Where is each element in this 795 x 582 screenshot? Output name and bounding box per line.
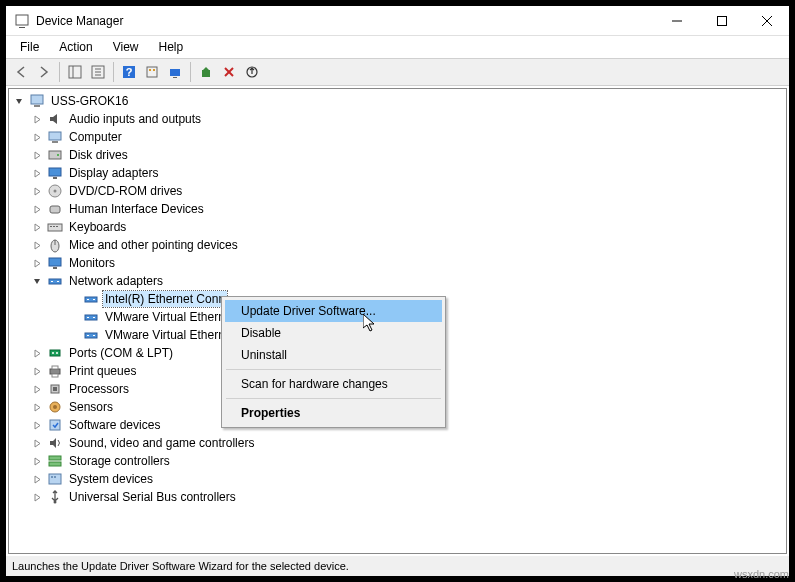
maximize-button[interactable] <box>699 6 744 36</box>
tree-category-label: Display adapters <box>67 165 160 181</box>
context-menu: Update Driver Software...DisableUninstal… <box>221 296 446 428</box>
toolbar-properties-button[interactable] <box>87 61 109 83</box>
audio-icon <box>47 111 63 127</box>
close-button[interactable] <box>744 6 789 36</box>
chevron-right-icon[interactable] <box>31 455 44 468</box>
toolbar-uninstall-button[interactable] <box>218 61 240 83</box>
tree-category[interactable]: Storage controllers <box>9 452 786 470</box>
chevron-right-icon[interactable] <box>31 203 44 216</box>
menu-view[interactable]: View <box>103 38 149 56</box>
chevron-right-icon[interactable] <box>31 167 44 180</box>
toolbar-forward-button[interactable] <box>33 61 55 83</box>
svg-point-55 <box>52 352 54 354</box>
menu-action[interactable]: Action <box>49 38 102 56</box>
svg-rect-44 <box>57 281 59 282</box>
svg-point-63 <box>53 405 57 409</box>
tree-category[interactable]: Disk drives <box>9 146 786 164</box>
tree-category[interactable]: Computer <box>9 128 786 146</box>
tree-category[interactable]: Display adapters <box>9 164 786 182</box>
svg-rect-35 <box>50 226 52 227</box>
svg-rect-34 <box>48 224 62 231</box>
svg-rect-18 <box>173 77 177 78</box>
menu-file[interactable]: File <box>10 38 49 56</box>
chevron-right-icon[interactable] <box>31 149 44 162</box>
context-menu-item[interactable]: Update Driver Software... <box>225 300 442 322</box>
computer-icon <box>29 93 45 109</box>
svg-rect-42 <box>49 279 61 284</box>
toolbar-update-driver-button[interactable] <box>195 61 217 83</box>
chevron-right-icon[interactable] <box>31 257 44 270</box>
svg-rect-0 <box>16 15 28 25</box>
toolbar-show-hide-button[interactable] <box>64 61 86 83</box>
tree-category-label: DVD/CD-ROM drives <box>67 183 184 199</box>
tree-category-label: Print queues <box>67 363 138 379</box>
svg-rect-36 <box>53 226 55 227</box>
tree-category-label: Audio inputs and outputs <box>67 111 203 127</box>
svg-text:?: ? <box>126 66 133 78</box>
svg-rect-40 <box>49 258 61 266</box>
tree-category[interactable]: Monitors <box>9 254 786 272</box>
menu-help[interactable]: Help <box>149 38 194 56</box>
tree-category-label: Processors <box>67 381 131 397</box>
tree-root[interactable]: USS-GROK16 <box>9 92 786 110</box>
tree-category-label: System devices <box>67 471 155 487</box>
chevron-right-icon[interactable] <box>31 239 44 252</box>
tree-category[interactable]: Sound, video and game controllers <box>9 434 786 452</box>
chevron-right-icon[interactable] <box>31 401 44 414</box>
tree-category[interactable]: Audio inputs and outputs <box>9 110 786 128</box>
toolbar-back-button[interactable] <box>10 61 32 83</box>
chevron-right-icon[interactable] <box>31 131 44 144</box>
chevron-right-icon[interactable] <box>31 473 44 486</box>
hid-icon <box>47 201 63 217</box>
context-menu-item[interactable]: Disable <box>225 322 442 344</box>
nic-icon <box>83 309 99 325</box>
chevron-right-icon[interactable] <box>31 113 44 126</box>
chevron-right-icon[interactable] <box>31 347 44 360</box>
context-menu-item[interactable]: Scan for hardware changes <box>225 373 442 395</box>
context-menu-item[interactable]: Uninstall <box>225 344 442 366</box>
status-text: Launches the Update Driver Software Wiza… <box>12 560 349 572</box>
toolbar-help-button[interactable]: ? <box>118 61 140 83</box>
tree-category-label: Sound, video and game controllers <box>67 435 256 451</box>
toolbar-details-button[interactable] <box>141 61 163 83</box>
svg-point-69 <box>54 476 56 478</box>
chevron-right-icon[interactable] <box>31 365 44 378</box>
svg-rect-41 <box>53 267 57 269</box>
chevron-right-icon[interactable] <box>31 221 44 234</box>
tree-category[interactable]: Universal Serial Bus controllers <box>9 488 786 506</box>
svg-rect-64 <box>50 420 60 430</box>
chevron-down-icon[interactable] <box>31 275 44 288</box>
toolbar-scan-button[interactable] <box>164 61 186 83</box>
nic-icon <box>83 291 99 307</box>
toolbar-separator <box>190 62 191 82</box>
tree-category[interactable]: Network adapters <box>9 272 786 290</box>
tree-category[interactable]: System devices <box>9 470 786 488</box>
chevron-right-icon[interactable] <box>31 383 44 396</box>
toolbar-disable-button[interactable] <box>241 61 263 83</box>
mouse-icon <box>47 237 63 253</box>
svg-rect-43 <box>51 281 53 282</box>
svg-rect-47 <box>93 299 95 300</box>
minimize-button[interactable] <box>654 6 699 36</box>
network-icon <box>47 273 63 289</box>
tree-category[interactable]: Human Interface Devices <box>9 200 786 218</box>
context-menu-item[interactable]: Properties <box>225 402 442 424</box>
chevron-down-icon[interactable] <box>13 95 26 108</box>
chevron-right-icon[interactable] <box>31 437 44 450</box>
chevron-right-icon[interactable] <box>31 419 44 432</box>
svg-rect-27 <box>49 151 61 159</box>
keyboard-icon <box>47 219 63 235</box>
svg-rect-16 <box>153 69 155 71</box>
tree-category[interactable]: DVD/CD-ROM drives <box>9 182 786 200</box>
svg-rect-14 <box>147 67 157 77</box>
ports-icon <box>47 345 63 361</box>
chevron-right-icon[interactable] <box>31 185 44 198</box>
tree-category-label: Software devices <box>67 417 162 433</box>
svg-rect-49 <box>87 317 89 318</box>
svg-rect-6 <box>69 66 81 78</box>
tree-device-label: VMware Virtual Ethern <box>103 327 227 343</box>
chevron-right-icon[interactable] <box>31 491 44 504</box>
tree-category[interactable]: Keyboards <box>9 218 786 236</box>
tree-category[interactable]: Mice and other pointing devices <box>9 236 786 254</box>
svg-rect-67 <box>49 474 61 484</box>
